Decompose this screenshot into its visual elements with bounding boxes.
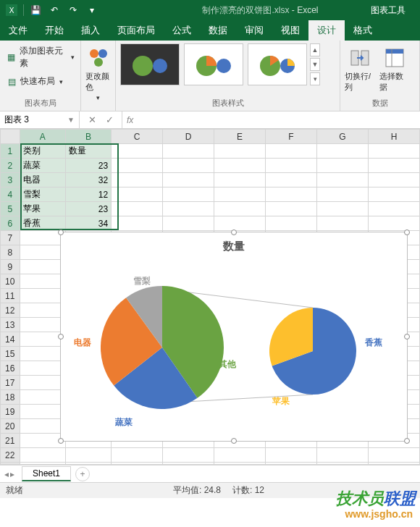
cell[interactable] [316,463,368,465]
cell[interactable] [316,216,368,231]
cell[interactable]: 34 [65,216,111,231]
row-header[interactable]: 8 [1,245,20,260]
gallery-more-icon[interactable]: ▾ [310,72,320,85]
cell[interactable] [214,159,266,173]
cell[interactable] [265,173,316,187]
resize-handle[interactable] [404,438,410,444]
row-header[interactable]: 9 [1,260,20,274]
cell[interactable]: 12 [65,187,111,202]
undo-icon[interactable]: ↶ [46,2,63,18]
column-header[interactable]: D [163,130,214,144]
secondary-pie[interactable] [269,308,356,395]
row-header[interactable]: 5 [1,202,20,216]
sheet-nav-last-icon[interactable]: ▸ [10,469,14,479]
row-header[interactable]: 23 [1,463,20,465]
fx-icon[interactable]: fx [127,115,133,125]
row-header[interactable]: 18 [1,390,20,405]
resize-handle[interactable] [58,438,64,444]
tab-review[interactable]: 审阅 [236,20,272,41]
cell[interactable] [20,318,65,332]
cell[interactable] [265,144,316,159]
cell[interactable] [368,448,419,463]
cell[interactable] [316,202,368,216]
row-header[interactable]: 16 [1,361,20,376]
cell[interactable] [214,173,266,187]
cell[interactable] [20,289,65,303]
row-header[interactable]: 12 [1,303,20,318]
cell[interactable] [20,303,65,318]
switch-row-col-button[interactable]: 切换行/列 [345,43,375,93]
resize-handle[interactable] [58,229,64,235]
cell[interactable] [214,463,266,465]
cell[interactable] [265,463,316,465]
tab-home[interactable]: 开始 [36,20,72,41]
cell[interactable] [20,390,65,405]
cell[interactable] [368,463,419,465]
cell[interactable] [163,173,214,187]
row-header[interactable]: 20 [1,419,20,434]
tab-file[interactable]: 文件 [0,20,36,41]
quick-layout-button[interactable]: ▤快速布局▾ [4,74,64,89]
cell[interactable]: 数量 [65,144,111,159]
resize-handle[interactable] [231,438,237,444]
row-header[interactable]: 7 [1,231,20,245]
cell[interactable] [20,448,65,463]
cell[interactable] [20,376,65,390]
cell[interactable]: 苹果 [20,202,65,216]
formula-bar[interactable]: fx [122,111,420,128]
cell[interactable] [316,187,368,202]
column-header[interactable]: C [112,130,163,144]
cell[interactable] [265,216,316,231]
cell[interactable] [112,173,163,187]
cell[interactable]: 雪梨 [20,187,65,202]
select-all-corner[interactable] [1,130,20,144]
cell[interactable] [163,202,214,216]
tab-pagelayout[interactable]: 页面布局 [109,20,164,41]
cell[interactable] [20,245,65,260]
cell[interactable] [65,448,111,463]
change-colors-button[interactable]: 更改颜色▾ [85,43,111,101]
gallery-up-icon[interactable]: ▲ [310,43,320,56]
cell[interactable] [112,448,163,463]
cell[interactable] [112,216,163,231]
embedded-chart[interactable]: 数量 雪梨 电器 蔬菜 其他 苹果 香蕉 [60,232,408,442]
chart-style-3[interactable] [248,43,307,85]
chart-plot-area[interactable]: 雪梨 电器 蔬菜 其他 苹果 香蕉 [61,253,407,434]
cell[interactable] [163,463,214,465]
cell[interactable] [316,159,368,173]
cell[interactable] [163,144,214,159]
cell[interactable] [265,448,316,463]
cell[interactable] [265,202,316,216]
cell[interactable] [368,216,419,231]
cell[interactable] [20,463,65,465]
select-data-button[interactable]: 选择数据 [379,43,410,93]
row-header[interactable]: 14 [1,332,20,347]
cell[interactable] [368,173,419,187]
column-header[interactable]: F [265,130,316,144]
cell[interactable] [316,144,368,159]
row-header[interactable]: 2 [1,159,20,173]
resize-handle[interactable] [231,229,237,235]
cell[interactable] [368,159,419,173]
cell[interactable] [316,448,368,463]
column-header[interactable]: G [316,130,368,144]
cell[interactable] [112,159,163,173]
cell[interactable] [112,144,163,159]
gallery-down-icon[interactable]: ▼ [310,58,320,71]
tab-insert[interactable]: 插入 [72,20,109,41]
enter-formula-icon[interactable]: ✓ [101,113,117,127]
row-header[interactable]: 22 [1,448,20,463]
cell[interactable]: 电器 [20,173,65,187]
cell[interactable] [163,159,214,173]
cell[interactable] [20,274,65,289]
cell[interactable] [20,405,65,419]
row-header[interactable]: 3 [1,173,20,187]
worksheet-grid[interactable]: ABCDEFGH1类别数量2蔬菜233电器324雪梨125苹果236香蕉3478… [0,129,420,465]
cell[interactable] [214,144,266,159]
cell[interactable] [112,463,163,465]
cell[interactable] [214,448,266,463]
formula-input[interactable] [138,114,420,125]
add-sheet-button[interactable]: + [75,467,90,481]
cell[interactable]: 23 [65,202,111,216]
cell[interactable]: 蔬菜 [20,159,65,173]
